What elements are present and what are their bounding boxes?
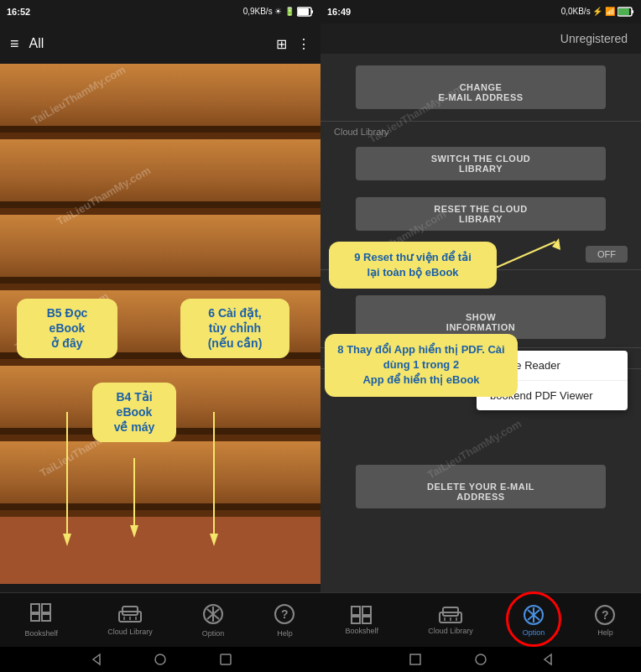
recents-icon — [219, 653, 232, 666]
svg-marker-7 — [130, 525, 138, 538]
nav-cloud-right[interactable]: Cloud Library — [428, 606, 473, 635]
svg-marker-6 — [63, 534, 71, 546]
svg-marker-31 — [552, 238, 560, 250]
svg-marker-24 — [93, 654, 100, 664]
nav-label-cloud-left: Cloud Library — [107, 628, 153, 636]
stop-icon — [409, 654, 421, 665]
svg-point-50 — [476, 654, 486, 664]
option-icon-left — [202, 603, 224, 627]
home-icon — [154, 653, 167, 666]
nav-cloud-left[interactable]: Cloud Library — [107, 605, 153, 636]
back-icon-right — [539, 653, 553, 666]
svg-text:?: ? — [281, 607, 289, 621]
svg-marker-8 — [210, 534, 218, 546]
nav-label-help-right: Help — [597, 628, 613, 637]
status-bar-right: 16:49 0,0KB/s ⚡ 📶 — [320, 0, 641, 23]
android-back-right[interactable] — [539, 652, 554, 667]
battery-icon-left — [297, 7, 314, 17]
option-circle-highlight — [506, 591, 561, 647]
time-right: 16:49 — [327, 7, 351, 17]
status-icons-right: 0,0KB/s ⚡ 📶 — [561, 7, 634, 17]
arrows-left — [0, 64, 320, 584]
bookshelf-svg-left — [30, 603, 52, 622]
cloud-svg-left — [117, 605, 143, 623]
screen-container: 16:52 0,9KB/s ☀ 🔋 ≡ All ⊞ ⋮ — [0, 0, 641, 672]
bottom-nav-left: Bookshelf Cloud Library — [0, 592, 320, 647]
menu-icon-left[interactable]: ≡ — [10, 35, 19, 53]
arrows-right — [320, 23, 641, 592]
svg-rect-1 — [298, 8, 309, 15]
svg-rect-34 — [352, 607, 360, 615]
android-home-left[interactable] — [153, 652, 168, 667]
svg-rect-28 — [618, 8, 629, 15]
nav-option-left[interactable]: Option — [202, 603, 225, 638]
svg-marker-51 — [545, 654, 551, 664]
bottom-nav-right: Bookshelf Cloud Library — [320, 592, 641, 647]
nav-help-left[interactable]: ? Help — [274, 603, 295, 638]
svg-text:?: ? — [602, 608, 609, 622]
network-speed-right: 0,0KB/s — [561, 7, 591, 16]
nav-help-right[interactable]: ? Help — [594, 604, 616, 637]
android-recents-left[interactable] — [218, 652, 233, 667]
android-nav-left — [0, 647, 320, 672]
svg-point-25 — [155, 654, 165, 664]
nav-label-cloud-right: Cloud Library — [428, 627, 473, 635]
help-svg-right: ? — [594, 604, 616, 626]
svg-rect-9 — [31, 604, 39, 612]
help-svg-left: ? — [274, 603, 295, 625]
help-icon-left: ? — [274, 603, 295, 627]
svg-rect-12 — [42, 614, 50, 621]
svg-rect-35 — [362, 607, 371, 615]
app-bar-left: ≡ All ⊞ ⋮ — [0, 23, 320, 64]
nav-label-option-left: Option — [202, 629, 225, 638]
bookshelf-svg-right — [351, 606, 373, 624]
nav-bookshelf-right[interactable]: Bookshelf — [346, 606, 379, 635]
nav-label-bookshelf-right: Bookshelf — [346, 627, 379, 635]
grid-view-icon[interactable]: ⊞ — [276, 36, 287, 52]
android-stop-right[interactable] — [408, 652, 423, 667]
svg-rect-26 — [221, 654, 231, 664]
status-bar-left: 16:52 0,9KB/s ☀ 🔋 — [0, 0, 320, 23]
phone-left: 16:52 0,9KB/s ☀ 🔋 ≡ All ⊞ ⋮ — [0, 0, 320, 672]
android-back-left[interactable] — [87, 652, 102, 667]
svg-line-30 — [488, 242, 555, 271]
android-home-right[interactable] — [473, 652, 488, 667]
nav-bookshelf-left[interactable]: Bookshelf — [25, 603, 59, 638]
option-svg-left — [202, 603, 224, 625]
callout-9: 9 Reset thư viện để tải lại toàn bộ eBoo… — [329, 242, 497, 289]
settings-content: Unregistered CHANGE E-MAIL ADDRESS Cloud… — [320, 23, 641, 592]
home-icon-right — [474, 653, 487, 666]
svg-rect-2 — [311, 10, 313, 13]
network-speed-left: 0,9KB/s — [243, 7, 273, 16]
svg-rect-37 — [362, 617, 371, 623]
svg-rect-49 — [410, 654, 420, 664]
svg-rect-29 — [632, 10, 633, 13]
bookshelf-area: TaiLieuThamMy.com TaiLieuThamMy.com TaiL… — [0, 64, 320, 584]
callout-8: 8 Thay đổi App hiển thị PDF. Cài dùng 1 … — [325, 334, 518, 397]
nav-option-right[interactable]: Option — [523, 604, 545, 637]
back-icon — [88, 653, 102, 666]
status-icons-left: 0,9KB/s ☀ 🔋 — [243, 7, 314, 17]
nav-label-help-left: Help — [277, 629, 293, 638]
phone-right: 16:49 0,0KB/s ⚡ 📶 Unregistered CHANGE — [320, 0, 641, 672]
cloud-icon-left — [117, 605, 143, 625]
bookshelf-icon-left — [30, 603, 52, 627]
app-bar-icons-right: ⊞ ⋮ — [276, 36, 310, 52]
app-title-left: All — [29, 36, 276, 51]
battery-icon-right — [618, 7, 634, 17]
svg-rect-36 — [352, 617, 360, 623]
time-left: 16:52 — [7, 7, 30, 17]
more-options-icon[interactable]: ⋮ — [297, 36, 310, 52]
android-nav-right — [320, 647, 641, 672]
svg-rect-10 — [42, 604, 50, 612]
nav-label-bookshelf-left: Bookshelf — [25, 629, 59, 638]
svg-rect-11 — [31, 614, 39, 621]
cloud-svg-right — [438, 606, 463, 624]
